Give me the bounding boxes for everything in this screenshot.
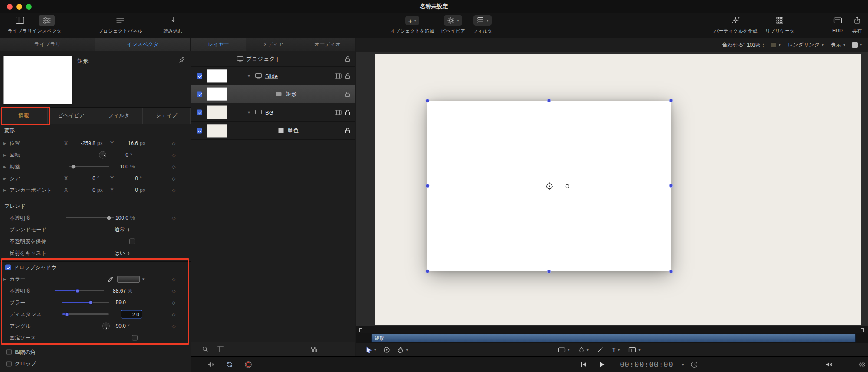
zoom-control[interactable]: 合わせる: 103% ▴▾ bbox=[722, 41, 764, 49]
layer-enable-checkbox[interactable] bbox=[197, 73, 202, 79]
selection-handle[interactable] bbox=[426, 99, 430, 103]
add-object-button[interactable]: +▾ オブジェクトを追加 bbox=[388, 15, 436, 34]
clip-list-icon[interactable] bbox=[217, 346, 224, 352]
crop-checkbox[interactable] bbox=[6, 361, 12, 367]
inspector-tab-filters[interactable]: フィルタ bbox=[95, 108, 143, 124]
selection-handle[interactable] bbox=[669, 184, 673, 188]
shadow-opacity-slider[interactable] bbox=[55, 290, 104, 291]
chevron-down-icon[interactable]: ▾ bbox=[142, 277, 145, 281]
timecode-display[interactable]: 00:00:00:00 bbox=[614, 360, 679, 369]
rotation-field[interactable]: 0 bbox=[106, 152, 128, 158]
pan-tool[interactable]: ▾ bbox=[397, 346, 408, 353]
selection-handle[interactable] bbox=[426, 184, 430, 188]
zoom-stepper-icon[interactable]: ▴▾ bbox=[763, 43, 764, 47]
text-tool[interactable]: T▾ bbox=[612, 346, 620, 353]
tab-layers[interactable]: レイヤー bbox=[191, 38, 246, 51]
selection-handle[interactable] bbox=[547, 270, 551, 273]
project-panel-button[interactable]: プロジェクトパネル bbox=[96, 15, 144, 34]
view-popup[interactable]: 表示▾ bbox=[831, 41, 845, 49]
mini-timeline-ruler[interactable] bbox=[356, 326, 868, 333]
media-icon[interactable] bbox=[335, 110, 342, 115]
inspector-tab-shape[interactable]: シェイプ bbox=[143, 108, 191, 124]
mute-audio-icon[interactable] bbox=[207, 362, 215, 368]
make-particles-button[interactable]: パーティクルを作成 bbox=[710, 15, 762, 34]
position-x-field[interactable]: -259.8 bbox=[67, 140, 95, 146]
shadow-distance-slider[interactable] bbox=[62, 313, 108, 315]
tab-audio[interactable]: オーディオ bbox=[300, 38, 355, 51]
unlock-icon[interactable] bbox=[345, 73, 350, 79]
project-row[interactable]: プロジェクト bbox=[191, 51, 355, 67]
rotation-handle[interactable] bbox=[565, 184, 569, 188]
disclosure-open-icon[interactable]: ▼ bbox=[247, 74, 251, 78]
pin-icon[interactable] bbox=[179, 56, 185, 63]
layout-popup[interactable]: ▾ bbox=[852, 42, 862, 48]
cast-reflection-popup[interactable]: はい bbox=[100, 249, 125, 257]
shear-y-field[interactable]: 0 bbox=[112, 175, 138, 181]
layout-tool[interactable]: ▾ bbox=[628, 347, 641, 353]
disclosure-icon[interactable]: ▶ bbox=[3, 153, 6, 157]
timecode-chevron-icon[interactable]: ▾ bbox=[682, 362, 684, 366]
selection-handle[interactable] bbox=[669, 270, 673, 273]
disclosure-open-icon[interactable]: ▼ bbox=[247, 110, 251, 115]
rectangle-tool[interactable]: ▾ bbox=[558, 347, 570, 353]
shadow-blur-field[interactable]: 59.0 bbox=[102, 300, 126, 306]
keyframe-icon[interactable]: ◇ bbox=[172, 164, 175, 169]
go-to-start-button[interactable] bbox=[580, 362, 587, 368]
adjust-tool[interactable] bbox=[383, 346, 390, 353]
layer-enable-checkbox[interactable] bbox=[197, 109, 202, 115]
hud-button[interactable]: HUD bbox=[825, 15, 851, 33]
paint-stroke-tool[interactable]: ▾ bbox=[579, 346, 589, 353]
canvas-color-popup[interactable]: ▾ bbox=[771, 42, 781, 48]
keyframe-icon[interactable]: ◇ bbox=[172, 300, 175, 305]
drop-shadow-checkbox[interactable] bbox=[5, 265, 11, 270]
timing-display-icon[interactable] bbox=[690, 361, 698, 368]
tab-media[interactable]: メディア bbox=[246, 38, 301, 51]
canvas-viewport[interactable] bbox=[356, 52, 868, 326]
rotation-dial[interactable] bbox=[99, 151, 106, 158]
keyframe-icon[interactable]: ◇ bbox=[172, 187, 175, 193]
play-button[interactable] bbox=[599, 362, 605, 368]
loop-playback-icon[interactable] bbox=[226, 362, 233, 368]
scale-slider[interactable] bbox=[69, 166, 109, 167]
layer-enable-checkbox[interactable] bbox=[197, 91, 202, 97]
disclosure-icon[interactable]: ▶ bbox=[3, 165, 6, 168]
tab-inspector[interactable]: インスペクタ bbox=[95, 38, 191, 51]
search-icon[interactable] bbox=[202, 346, 209, 353]
tab-library[interactable]: ライブラリ bbox=[0, 38, 95, 51]
timeline-in-marker[interactable] bbox=[359, 328, 362, 332]
popup-stepper-icon[interactable]: ▴▾ bbox=[128, 227, 129, 232]
behaviors-button[interactable]: ▾ ビヘイビア bbox=[436, 15, 470, 34]
eyedropper-icon[interactable] bbox=[108, 276, 114, 282]
shadow-opacity-field[interactable]: 88.67 bbox=[102, 288, 126, 294]
project-canvas[interactable] bbox=[375, 54, 861, 325]
timeline-clip[interactable]: 矩形 bbox=[371, 334, 856, 342]
layer-row-rectangle[interactable]: 矩形 bbox=[191, 85, 355, 103]
collapse-panel-icon[interactable] bbox=[858, 362, 865, 367]
filters-button[interactable]: ▾ フィルタ bbox=[467, 15, 498, 34]
checkerboard-icon[interactable] bbox=[310, 347, 317, 352]
keyframe-icon[interactable]: ◇ bbox=[172, 140, 175, 146]
shear-x-field[interactable]: 0 bbox=[67, 175, 95, 181]
audio-icon[interactable] bbox=[825, 362, 833, 368]
keyframe-icon[interactable]: ◇ bbox=[172, 288, 175, 293]
unlock-icon[interactable] bbox=[345, 91, 350, 97]
timeline-out-marker[interactable] bbox=[861, 328, 864, 332]
anchor-y-field[interactable]: 0 bbox=[112, 187, 138, 193]
lock-icon[interactable] bbox=[345, 128, 350, 134]
anchor-point-handle[interactable] bbox=[546, 182, 553, 190]
fixed-source-checkbox[interactable] bbox=[132, 335, 138, 340]
blend-opacity-field[interactable]: 100.0 bbox=[103, 215, 128, 221]
selection-handle[interactable] bbox=[547, 99, 551, 103]
selection-handle[interactable] bbox=[426, 270, 430, 273]
blend-mode-popup[interactable]: 通常 bbox=[100, 226, 125, 233]
inspector-tab-behaviors[interactable]: ビヘイビア bbox=[48, 108, 95, 124]
keyframe-icon[interactable]: ◇ bbox=[172, 323, 175, 329]
layer-row-solid[interactable]: 単色 bbox=[191, 122, 355, 140]
keyframe-icon[interactable]: ◇ bbox=[172, 311, 175, 317]
disclosure-icon[interactable]: ▶ bbox=[3, 141, 6, 145]
line-tool[interactable] bbox=[597, 347, 603, 353]
unlock-icon[interactable] bbox=[345, 56, 350, 62]
shadow-angle-field[interactable]: -90.0 bbox=[101, 323, 126, 329]
inspector-tab-info[interactable]: 情報 bbox=[0, 108, 48, 124]
disclosure-icon[interactable]: ▶ bbox=[3, 176, 6, 180]
